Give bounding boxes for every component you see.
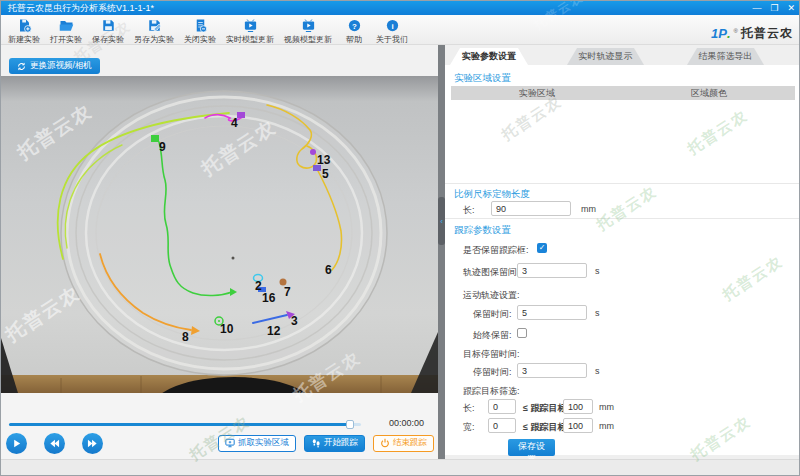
save-icon	[101, 18, 116, 33]
region-table-body[interactable]	[451, 100, 795, 178]
maximize-button[interactable]: ❐	[770, 1, 778, 15]
about-button[interactable]: i 关于我们	[371, 17, 413, 46]
brand-name: 托普云农	[741, 25, 793, 42]
registered-mark: ®	[734, 28, 738, 34]
stay-time-unit: s	[595, 366, 600, 376]
realtime-model-update-icon	[243, 18, 258, 33]
stop-tracking-button[interactable]: 结束跟踪	[373, 435, 434, 452]
keep-box-checkbox[interactable]: ✓	[537, 243, 547, 253]
tab-realtime-track[interactable]: 实时轨迹显示	[567, 48, 644, 65]
marker-13-dot	[310, 149, 316, 155]
rewind-button[interactable]	[44, 433, 65, 454]
progress-handle[interactable]	[346, 420, 354, 429]
change-source-button[interactable]: 更换源视频/相机	[9, 58, 100, 74]
change-source-label: 更换源视频/相机	[30, 60, 92, 72]
splitter-collapse-handle[interactable]: ‹	[438, 197, 445, 245]
motion-trail-label: 运动轨迹设置:	[463, 289, 520, 302]
toolbar-label: 关闭实验	[184, 34, 216, 45]
stop-tracking-label: 结束跟踪	[393, 437, 427, 449]
filter-width-max-input[interactable]	[563, 418, 593, 433]
start-tracking-label: 开始跟踪	[324, 437, 358, 449]
new-experiment-icon	[17, 18, 32, 33]
video-model-update-button[interactable]: 视频模型更新	[279, 17, 337, 46]
tab-experiment-params[interactable]: 实验参数设置	[450, 48, 528, 65]
filter-length-label: 长:	[463, 402, 475, 415]
trail-interval-unit: s	[595, 266, 600, 276]
svg-text:16: 16	[262, 291, 276, 305]
capture-area-button[interactable]: 抓取实验区域	[218, 435, 296, 452]
save-experiment-button[interactable]: 保存实验	[87, 17, 129, 46]
tracking-overlay: 9 4 13 5 6 2 16 7 10 8 12 3	[1, 76, 438, 393]
status-bar	[1, 459, 800, 476]
toolbar-label: 另存为实验	[134, 34, 174, 45]
tab-bar: 实验参数设置 实时轨迹显示 结果筛选导出	[445, 48, 800, 65]
save-as-experiment-button[interactable]: 另存为实验	[129, 17, 179, 46]
close-button[interactable]: ✕	[787, 1, 795, 15]
fast-forward-icon	[87, 438, 98, 449]
keep-time-input[interactable]	[517, 305, 587, 320]
svg-text:13: 13	[317, 153, 331, 167]
video-progress-bar[interactable]	[9, 423, 361, 426]
column-region: 实验区域	[451, 86, 623, 100]
always-keep-label: 始终保留:	[473, 329, 512, 342]
start-tracking-button[interactable]: 开始跟踪	[304, 435, 365, 452]
filter-length-min-input[interactable]	[488, 399, 516, 414]
save-settings-button[interactable]: 保存设置	[508, 439, 555, 456]
help-button[interactable]: ? 帮助	[337, 17, 371, 46]
svg-text:12: 12	[267, 324, 281, 338]
tab-result-export[interactable]: 结果筛选导出	[687, 48, 764, 65]
svg-text:10: 10	[220, 322, 234, 336]
region-section-heading: 实验区域设置	[454, 72, 511, 85]
marker-9-box	[151, 135, 159, 142]
save-as-icon	[147, 18, 162, 33]
column-region-color: 区域颜色	[623, 86, 795, 100]
filter-length-max-input[interactable]	[563, 399, 593, 414]
marker-4-box	[237, 112, 245, 118]
stay-time-label: 停留时间:	[473, 366, 512, 379]
time-display: 00:00:00	[389, 418, 424, 428]
toolbar-label: 保存实验	[92, 34, 124, 45]
filter-width-label: 宽:	[463, 421, 475, 434]
svg-text:6: 6	[325, 263, 332, 277]
svg-text:8: 8	[182, 330, 189, 344]
svg-text:9: 9	[159, 140, 166, 154]
experiment-params-panel: 实验区域设置 实验区域 区域颜色 比例尺标定物长度 长: mm 跟踪参数设置 是…	[445, 65, 800, 455]
svg-text:i: i	[391, 22, 393, 31]
svg-text:2: 2	[255, 279, 262, 293]
rewind-icon	[49, 438, 60, 449]
playback-controls: 00:00:00 抓取实验区域 开始跟踪	[1, 393, 438, 459]
window-title: 托普云农昆虫行为分析系统V1.1-1-1*	[8, 1, 154, 15]
progress-fill	[9, 423, 350, 426]
toolbar-label: 新建实验	[8, 34, 40, 45]
scale-length-input[interactable]	[491, 201, 571, 216]
video-frame[interactable]: 9 4 13 5 6 2 16 7 10 8 12 3	[1, 76, 438, 393]
open-experiment-button[interactable]: 打开实验	[45, 17, 87, 46]
titlebar: 托普云农昆虫行为分析系统V1.1-1-1* — ❐ ✕	[1, 1, 800, 15]
brand-logo: 1P. ® 托普云农	[711, 25, 793, 42]
keep-box-label: 是否保留跟踪框:	[463, 244, 529, 257]
toolbar-label: 实时模型更新	[226, 34, 274, 45]
realtime-model-update-button[interactable]: 实时模型更新	[221, 17, 279, 46]
filter-width-min-input[interactable]	[488, 418, 516, 433]
close-experiment-button[interactable]: 关闭实验	[179, 17, 221, 46]
play-button[interactable]	[6, 433, 27, 454]
fast-forward-button[interactable]	[82, 433, 103, 454]
scale-length-label: 长:	[463, 204, 475, 217]
footprints-icon	[311, 438, 321, 448]
chevron-left-icon: ‹	[440, 217, 443, 226]
trail-interval-input[interactable]	[517, 263, 587, 278]
settings-panel: 实验参数设置 实时轨迹显示 结果筛选导出 实验区域设置 实验区域 区域颜色 比例…	[445, 45, 800, 459]
toolbar: 新建实验 打开实验 保存实验 另存为实验 关闭实验 实时模型更新 视频模型更新 …	[1, 15, 800, 45]
capture-area-label: 抓取实验区域	[238, 437, 289, 449]
panel-splitter[interactable]: ‹	[438, 45, 445, 459]
stay-time-input[interactable]	[517, 363, 587, 378]
always-keep-checkbox[interactable]	[517, 328, 527, 338]
new-experiment-button[interactable]: 新建实验	[3, 17, 45, 46]
minimize-button[interactable]: —	[752, 1, 761, 15]
brand-mark-icon: 1P.	[711, 26, 731, 41]
region-table-header: 实验区域 区域颜色	[451, 86, 795, 100]
power-icon	[380, 438, 390, 448]
svg-text:4: 4	[231, 116, 238, 130]
keep-time-unit: s	[595, 308, 600, 318]
capture-screen-icon	[225, 438, 235, 448]
